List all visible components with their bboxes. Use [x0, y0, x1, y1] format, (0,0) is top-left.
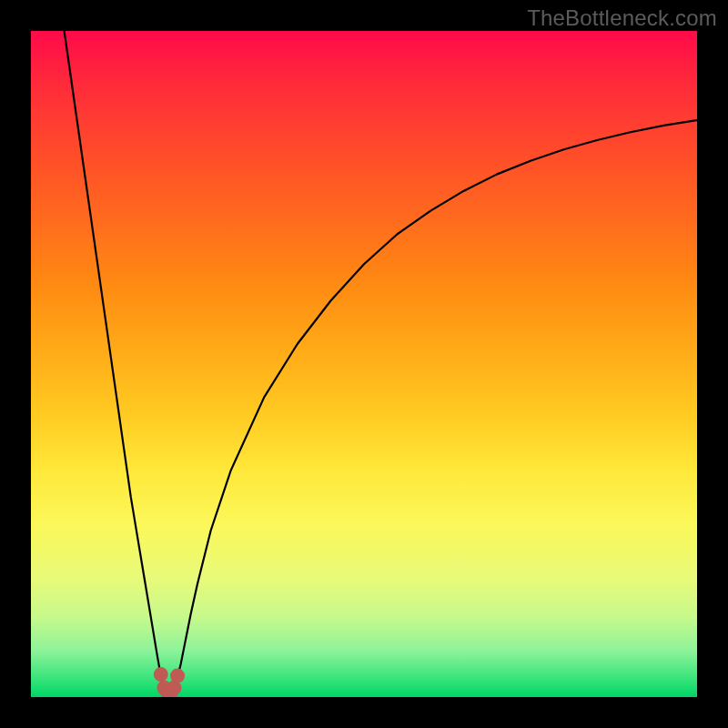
gradient-background	[31, 31, 697, 697]
chart-frame: TheBottleneck.com	[0, 0, 728, 728]
watermark-text: TheBottleneck.com	[527, 5, 717, 31]
